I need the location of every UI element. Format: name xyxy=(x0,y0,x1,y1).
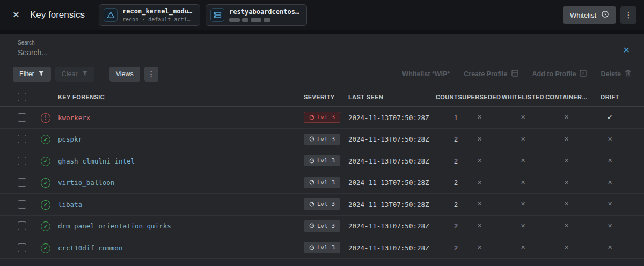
last-seen: 2024-11-13T07:50:28Z xyxy=(348,114,429,122)
forensic-name[interactable]: crct10dif_common xyxy=(58,244,122,252)
severity-label: Lvl 3 xyxy=(317,223,335,230)
count: 1 xyxy=(454,114,458,122)
search-input[interactable] xyxy=(18,48,243,57)
top-bar-actions: Whitelist ⋮ xyxy=(563,6,636,24)
superseded-flag: ✕ xyxy=(458,201,501,208)
add-to-profile-button[interactable]: Add to Profile xyxy=(532,70,587,78)
severity-label: Lvl 3 xyxy=(317,201,335,208)
superseded-flag: ✕ xyxy=(458,136,501,143)
select-all-checkbox[interactable] xyxy=(18,93,26,101)
last-seen: 2024-11-13T07:50:28Z xyxy=(348,222,429,230)
row-checkbox[interactable] xyxy=(18,243,26,252)
column-header-drift[interactable]: DRIFT xyxy=(588,94,632,100)
column-header-count[interactable]: COUNT xyxy=(433,94,458,100)
kebab-menu-icon[interactable]: ⋮ xyxy=(620,6,636,24)
main-panel: Search ✕ Filter Clear Views ⋮ xyxy=(0,34,644,266)
whitelist-button-label: Whitelist xyxy=(570,11,596,19)
forensics-table: KEY FORENSIC SEVERITY LAST SEEN COUNT SU… xyxy=(0,87,644,259)
filter-button[interactable]: Filter xyxy=(13,66,51,82)
superseded-flag: ✕ xyxy=(458,223,501,230)
row-checkbox[interactable] xyxy=(18,221,26,230)
row-status-icon: ✓ xyxy=(41,178,50,188)
alert-triangle-icon xyxy=(104,8,118,22)
column-header-whitelisted[interactable]: WHITELISTED xyxy=(501,94,545,100)
forensic-name[interactable]: drm_panel_orientation_quirks xyxy=(58,222,171,230)
table-row: ✓ crct10dif_common Lvl 3 2024-11-13T07:5… xyxy=(0,237,644,259)
funnel-icon xyxy=(82,70,88,78)
table-row: ✓ libata Lvl 3 2024-11-13T07:50:28Z 2 ✕ … xyxy=(0,194,644,216)
row-status-icon: ✓ xyxy=(41,135,50,144)
severity-badge: Lvl 3 xyxy=(304,177,340,188)
drift-flag: ✕ xyxy=(588,179,632,186)
search-close-icon[interactable]: ✕ xyxy=(623,46,630,55)
row-checkbox[interactable] xyxy=(18,200,26,209)
superseded-flag: ✕ xyxy=(458,244,501,251)
server-icon xyxy=(210,8,224,22)
policy-chip-sub: recon · default_acti… xyxy=(122,17,192,23)
profile-add-icon xyxy=(580,70,587,78)
close-icon[interactable]: ✕ xyxy=(9,8,24,23)
whitelisted-flag: ✕ xyxy=(501,179,545,186)
policy-chip[interactable]: recon_kernel_modu… recon · default_acti… xyxy=(99,4,200,26)
drift-flag: ✕ xyxy=(588,223,632,230)
drift-flag: ✕ xyxy=(588,136,632,143)
forensic-name[interactable]: ghash_clmulni_intel xyxy=(58,157,135,165)
severity-badge: Lvl 3 xyxy=(304,112,340,123)
context-chips: recon_kernel_modu… recon · default_acti…… xyxy=(99,4,307,26)
count: 2 xyxy=(454,223,458,230)
funnel-icon xyxy=(38,70,45,78)
drift-flag: ✕ xyxy=(588,201,632,208)
whitelisted-flag: ✕ xyxy=(501,223,545,230)
column-header-severity[interactable]: SEVERITY xyxy=(304,94,348,100)
drift-flag: ✕ xyxy=(588,157,632,164)
row-status-icon: ✓ xyxy=(41,221,50,231)
last-seen: 2024-11-13T07:50:28Z xyxy=(348,135,429,143)
search-section: Search ✕ xyxy=(0,34,644,62)
forensic-name[interactable]: libata xyxy=(58,201,82,209)
delete-button[interactable]: Delete xyxy=(601,70,631,78)
row-status-icon: ✓ xyxy=(41,243,50,253)
column-header-superseded[interactable]: SUPERSEDED xyxy=(458,94,501,100)
table-row: ✓ virtio_balloon Lvl 3 2024-11-13T07:50:… xyxy=(0,172,644,194)
table-row: ✓ ghash_clmulni_intel Lvl 3 2024-11-13T0… xyxy=(0,150,644,172)
views-button[interactable]: Views xyxy=(109,66,140,82)
row-checkbox[interactable] xyxy=(18,178,26,187)
screen: ✕ Key forensics recon_kernel_modu… recon… xyxy=(0,0,644,266)
container-flag: ✕ xyxy=(545,244,588,251)
views-menu-icon[interactable]: ⋮ xyxy=(144,66,158,82)
whitelist-wip-button[interactable]: Whitelist *WIP* xyxy=(402,70,450,78)
last-seen: 2024-11-13T07:50:28Z xyxy=(348,201,429,209)
drift-flag: ✓ xyxy=(588,113,632,121)
create-profile-label: Create Profile xyxy=(464,70,507,78)
column-header-container[interactable]: CONTAINER... xyxy=(545,94,588,100)
superseded-flag: ✕ xyxy=(458,179,501,186)
severity-badge: Lvl 3 xyxy=(304,198,340,210)
column-header-key-forensic[interactable]: KEY FORENSIC xyxy=(58,94,304,100)
forensic-name[interactable]: pcspkr xyxy=(58,135,82,143)
forensic-name[interactable]: kworkerx xyxy=(58,114,90,122)
row-status-icon: ! xyxy=(41,113,50,123)
last-seen: 2024-11-13T07:50:28Z xyxy=(348,244,429,252)
create-profile-button[interactable]: Create Profile xyxy=(464,70,518,78)
severity-badge: Lvl 3 xyxy=(304,242,340,253)
filter-button-label: Filter xyxy=(19,70,34,78)
count: 2 xyxy=(454,245,458,252)
row-checkbox[interactable] xyxy=(18,135,26,143)
drift-flag: ✕ xyxy=(588,244,632,251)
forensic-name[interactable]: virtio_balloon xyxy=(58,179,114,187)
host-chip[interactable]: restyaboardcentos… xyxy=(206,4,307,26)
profile-grid-icon xyxy=(511,70,518,78)
delete-label: Delete xyxy=(601,70,621,78)
row-checkbox[interactable] xyxy=(18,113,26,122)
row-checkbox[interactable] xyxy=(18,157,26,165)
whitelisted-flag: ✕ xyxy=(501,201,545,208)
column-header-last-seen[interactable]: LAST SEEN xyxy=(348,94,433,100)
top-bar: ✕ Key forensics recon_kernel_modu… recon… xyxy=(0,0,644,30)
clear-filter-button[interactable]: Clear xyxy=(55,66,94,82)
host-chip-label: restyaboardcentos… xyxy=(229,9,299,15)
search-label: Search xyxy=(18,40,631,46)
severity-label: Lvl 3 xyxy=(317,114,335,121)
whitelist-button[interactable]: Whitelist xyxy=(563,6,616,24)
table-body: ! kworkerx Lvl 3 2024-11-13T07:50:28Z 1 … xyxy=(0,107,644,259)
policy-chip-label: recon_kernel_modu… xyxy=(122,8,192,14)
